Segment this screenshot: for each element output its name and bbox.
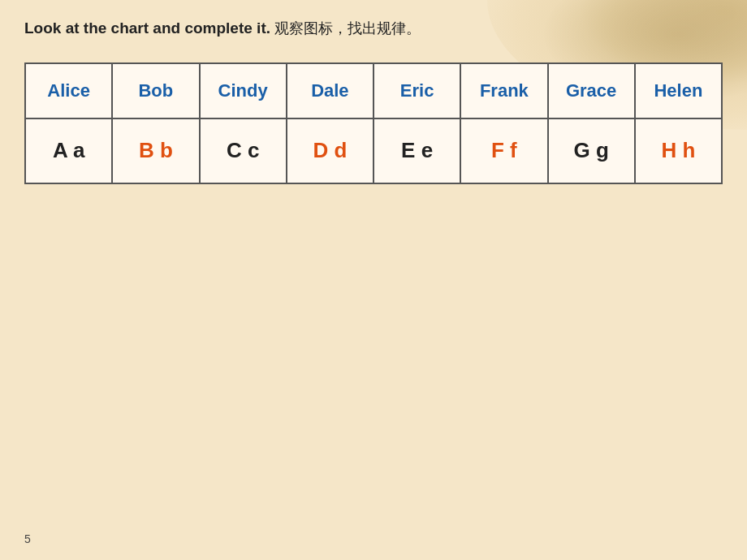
page: Look at the chart and complete it. 观察图标，… — [0, 0, 747, 560]
header-cindy: Cindy — [200, 63, 287, 118]
header-dale: Dale — [287, 63, 374, 118]
header-helen: Helen — [635, 63, 722, 118]
chart-table: Alice Bob Cindy Dale Eric Frank Grace He… — [24, 62, 723, 184]
header-alice: Alice — [25, 63, 112, 118]
instruction-english: Look at the chart and complete it. — [24, 19, 270, 37]
header-eric: Eric — [374, 63, 460, 118]
header-row: Alice Bob Cindy Dale Eric Frank Grace He… — [25, 63, 722, 118]
instruction-chinese: 观察图标，找出规律。 — [274, 20, 421, 37]
data-row: A a B b C c D d E e F f G g H h — [25, 118, 722, 183]
page-number: 5 — [24, 532, 31, 545]
cell-gg: G g — [548, 118, 635, 183]
cell-ee: E e — [374, 118, 460, 183]
header-frank: Frank — [460, 63, 547, 118]
cell-ff: F f — [460, 118, 547, 183]
header-grace: Grace — [548, 63, 635, 118]
instruction-text: Look at the chart and complete it. 观察图标，… — [24, 18, 723, 40]
header-bob: Bob — [112, 63, 199, 118]
cell-hh: H h — [635, 118, 722, 183]
cell-dd: D d — [287, 118, 374, 183]
cell-cc: C c — [200, 118, 287, 183]
cell-aa: A a — [25, 118, 112, 183]
cell-bb: B b — [112, 118, 199, 183]
